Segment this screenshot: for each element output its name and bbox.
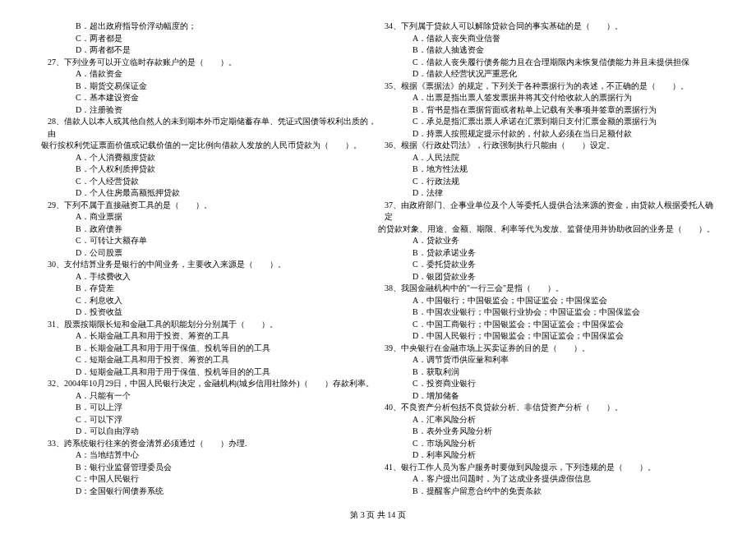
option: A．调节货币供应量和利率 (378, 354, 715, 366)
question: 28、借款人以本人或其他自然人的未到期本外币定期储蓄存单、凭证式国债等权利出质的… (41, 116, 378, 140)
option: C．个人经营贷款 (41, 176, 378, 188)
option: D．法律 (378, 187, 715, 200)
option: D．可以自由浮动 (41, 426, 378, 438)
option: D．个人住房最高额抵押贷款 (41, 187, 378, 200)
page-footer: 第 3 页 共 14 页 (0, 508, 756, 521)
question: 39、中央银行在金融市场上买卖证券的目的是（ ）。 (378, 343, 715, 355)
option: C．可以下浮 (41, 414, 378, 426)
option: C．投资商业银行 (378, 378, 715, 390)
option: D．利率风险分析 (378, 449, 715, 462)
question: 40、不良资产分析包括不良贷款分析、非信贷资产分析（ ）。 (378, 402, 715, 414)
question: 32、2004年10月29日，中国人民银行决定，金融机构(城乡信用社除外)（ ）… (41, 378, 378, 390)
option: B：银行业监督管理委员会 (41, 462, 378, 474)
option: C．中国工商银行；中国银监会；中国证监会；中国保监会 (378, 319, 715, 331)
option: D．银团贷款业务 (378, 271, 715, 283)
question: 31、股票按期限长短和金融工具的职能划分分别属于（ ）。 (41, 319, 378, 331)
option: B．地方性法规 (378, 163, 715, 176)
left-column: B．超出政府指导价浮动幅度的； C．两者都是 D．两者都不是 27、下列业务可以… (41, 21, 378, 499)
option: D．两者都不是 (41, 44, 378, 57)
option: C．基本建设资金 (41, 92, 378, 104)
option: A．长期金融工具和用于投资、筹资的工具 (41, 330, 378, 343)
question: 29、下列不属于直接融资工具的是（ ）。 (41, 200, 378, 212)
option: C．两者都是 (41, 33, 378, 45)
option: A．借款资金 (41, 68, 378, 81)
question: 36、根据《行政处罚法》，行政强制执行只能由（ ）设定。 (378, 140, 715, 152)
option: C．短期金融工具和用于投资、筹资的工具 (41, 354, 378, 366)
option: B．超出政府指导价浮动幅度的； (41, 21, 378, 33)
option: C．市场风险分析 (378, 438, 715, 450)
question-wrap: 的贷款对象、用途、金额、期限、利率等代为发放、监督使用并协助收回的业务是（ ）。 (378, 223, 715, 236)
option: C．承兑是指汇票出票人承诺在汇票到期日支付汇票金额的票据行为 (378, 116, 715, 128)
question: 34、下列属于贷款人可以解除贷款合同的事实基础的是（ ）。 (378, 21, 715, 33)
option: C．利息收入 (41, 295, 378, 307)
option: D．借款人经营状况严重恶化 (378, 68, 715, 81)
option: B．背书是指在票据背面或者粘单上记载有关事项并签章的票据行为 (378, 104, 715, 117)
option: B．获取利润 (378, 366, 715, 379)
option: C．行政法规 (378, 176, 715, 188)
option: B．表外业务风险分析 (378, 426, 715, 438)
option: B．政府债券 (41, 223, 378, 236)
option: D．公司股票 (41, 247, 378, 260)
option: C．借款人丧失履行债务能力且在合理期限内未恢复偿债能力并且未提供担保 (378, 57, 715, 69)
option: D．注册验资 (41, 104, 378, 117)
option: B．存贷差 (41, 283, 378, 295)
option: B．长期金融工具和用于用于保值、投机等目的的工具 (41, 343, 378, 355)
option: D．增加储备 (378, 390, 715, 403)
option: A．中国银行；中国银监会；中国证监会；中国保监会 (378, 295, 715, 307)
question: 33、跨系统银行往来的资金清算必须通过（ ）办理. (41, 438, 378, 450)
option: B．借款人抽逃资金 (378, 44, 715, 57)
question: 35、根据《票据法》的规定，下列关于各种票据行为的表述，不正确的是（ ）。 (378, 81, 715, 93)
option: C．委托贷款业务 (378, 259, 715, 271)
option: A．只能有一个 (41, 390, 378, 403)
question: 30、支付结算业务是银行的中间业务，主要收入来源是（ ）。 (41, 259, 378, 271)
question: 37、由政府部门、企事业单位及个人等委托人提供合法来源的资金，由贷款人根据委托人… (378, 200, 715, 223)
option: B．个人权利质押贷款 (41, 163, 378, 176)
question: 41、银行工作人员为客户服务时要做到风险提示，下列违规的是（ ）。 (378, 462, 715, 474)
option: C．可转让大额存单 (41, 235, 378, 247)
option: B．期货交易保证金 (41, 81, 378, 93)
option: B．提醒客户留意合约中的免责条款 (378, 486, 715, 498)
option: D．投资收益 (41, 306, 378, 319)
option: A．商业票据 (41, 211, 378, 223)
option: C：中国人民银行 (41, 473, 378, 486)
option: B．可以上浮 (41, 402, 378, 414)
option: A．个人消费额度贷款 (41, 152, 378, 164)
option: D．短期金融工具和用于用于保值、投机等目的的工具 (41, 366, 378, 379)
question: 27、下列业务可以开立临时存款账户的是（ ）。 (41, 57, 378, 69)
option: A．出票是指出票人签发票据并将其交付给收款人的票据行为 (378, 92, 715, 104)
option: A．客户提出问题时，为了达成业务提供虚假信息 (378, 473, 715, 486)
question-wrap: 银行按权利凭证票面价值或记载价值的一定比例向借款人发放的人民币贷款为（ ）。 (41, 140, 378, 152)
option: B．中国农业银行；中国银行业协会；中国证监会；中国保监会 (378, 306, 715, 319)
option: D．持票人按照规定提示付款的，付款人必须在当日足额付款 (378, 128, 715, 140)
question: 38、我国金融机构中的"一行三会"是指（ ）。 (378, 283, 715, 295)
option: A．汇率风险分析 (378, 414, 715, 426)
right-column: 34、下列属于贷款人可以解除贷款合同的事实基础的是（ ）。 A．借款人丧失商业信… (378, 21, 715, 499)
option: D．中国人民银行；中国银监会；中国证监会；中国保监会 (378, 330, 715, 343)
option: D：全国银行间债券系统 (41, 486, 378, 498)
option: A．人民法院 (378, 152, 715, 164)
option: B．贷款承诺业务 (378, 247, 715, 260)
option: A．借款人丧失商业信誉 (378, 33, 715, 45)
option: A．贷款业务 (378, 235, 715, 247)
page-columns: B．超出政府指导价浮动幅度的； C．两者都是 D．两者都不是 27、下列业务可以… (0, 0, 756, 508)
option: A．手续费收入 (41, 271, 378, 283)
option: A：当地结算中心 (41, 449, 378, 462)
